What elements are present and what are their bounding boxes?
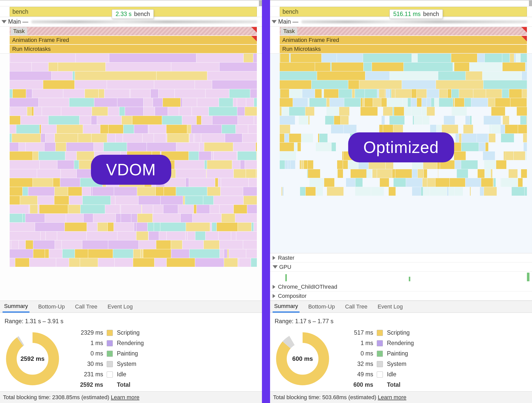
swatch-painting [107, 351, 113, 357]
tooltip-time: 516.11 ms [393, 11, 420, 18]
long-task-warning-icon [251, 27, 257, 33]
tab-call-tree[interactable]: Call Tree [73, 301, 99, 313]
legend-idle-ms: 231 ms [70, 371, 103, 378]
tab-bottom-up[interactable]: Bottom-Up [37, 301, 66, 313]
timeline-ruler[interactable] [270, 0, 532, 6]
thread-rows: Raster GPU Chrome_ChildIOThread Composit… [270, 253, 532, 301]
legend-rendering: Rendering [387, 340, 414, 347]
legend-scripting: Scripting [117, 329, 144, 336]
bench-label: bench [283, 8, 299, 15]
gpu-tick [409, 277, 410, 281]
timeline-ruler[interactable] [0, 0, 262, 6]
task-row[interactable]: Task [270, 27, 532, 36]
main-url-blur [301, 20, 527, 23]
run-microtasks-row[interactable]: Run Microtasks [0, 44, 262, 53]
blocking-time-footer: Total blocking time: 503.68ms (estimated… [270, 391, 532, 403]
swatch-scripting [107, 330, 113, 336]
event-bars: Task Animation Frame Fired Run Microtask… [0, 27, 262, 54]
main-url-blur [31, 20, 257, 23]
summary-panel: Range: 1.17 s – 1.77 s 600 ms 517 msScri… [270, 313, 532, 391]
overlay-pill-optimized: Optimized [348, 132, 454, 162]
learn-more-link[interactable]: Learn more [111, 394, 139, 401]
tab-call-tree[interactable]: Call Tree [343, 301, 369, 313]
legend-idle: Idle [387, 371, 414, 378]
legend-painting: Painting [387, 350, 414, 357]
rm-label: Run Microtasks [12, 46, 51, 52]
legend-scripting: Scripting [387, 329, 414, 336]
legend-painting: Painting [117, 350, 144, 357]
flame-chart[interactable]: VDOM [0, 54, 262, 301]
summary-range: Range: 1.31 s – 3.91 s [5, 318, 257, 325]
thread-childio[interactable]: Chrome_ChildIOThread [270, 282, 532, 291]
swatch-scripting [377, 330, 383, 336]
thread-gpu[interactable]: GPU [270, 262, 532, 272]
long-task-warning-icon [521, 27, 527, 33]
legend-rendering-ms: 1 ms [340, 340, 373, 347]
tab-event-log[interactable]: Event Log [106, 301, 134, 313]
swatch-idle [107, 371, 113, 378]
chevron-right-icon[interactable] [273, 285, 275, 289]
task-row[interactable]: Task [0, 27, 262, 36]
flame-chart[interactable]: Optimized [270, 54, 532, 253]
main-thread-row[interactable]: Main — 2.33 s bench [0, 17, 262, 27]
run-microtasks-row[interactable]: Run Microtasks [270, 44, 532, 53]
task-label: Task [11, 27, 27, 35]
event-bars: Task Animation Frame Fired Run Microtask… [270, 27, 532, 54]
tooltip-time: 2.33 s [116, 11, 132, 18]
gpu-tick [527, 273, 529, 281]
donut-total: 600 ms [275, 331, 331, 387]
legend-system: System [117, 361, 144, 367]
timing-tooltip: 2.33 s bench [112, 9, 154, 19]
animation-frame-row[interactable]: Animation Frame Fired [270, 36, 532, 44]
learn-more-link[interactable]: Learn more [378, 394, 406, 401]
timing-tooltip: 516.11 ms bench [389, 9, 443, 19]
legend-idle-ms: 49 ms [340, 371, 373, 378]
summary-range: Range: 1.17 s – 1.77 s [275, 318, 527, 325]
chevron-right-icon[interactable] [273, 294, 275, 298]
animation-frame-row[interactable]: Animation Frame Fired [0, 36, 262, 44]
comparison-app: bench Main — 2.33 s bench Task Animation… [0, 0, 532, 403]
comparison-divider [262, 0, 270, 403]
swatch-idle [377, 371, 383, 378]
swatch-rendering [107, 340, 113, 346]
main-label: Main — [8, 18, 28, 25]
disclosure-triangle-icon[interactable] [272, 20, 277, 23]
bench-label: bench [12, 8, 28, 15]
thread-raster-label: Raster [278, 255, 294, 261]
chevron-right-icon[interactable] [273, 256, 275, 260]
donut-total: 2592 ms [5, 331, 60, 387]
summary-donut: 2592 ms [5, 331, 60, 387]
legend-system: System [387, 361, 414, 367]
disclosure-triangle-icon[interactable] [273, 265, 278, 269]
long-task-warning-icon [521, 36, 527, 41]
tab-summary[interactable]: Summary [3, 301, 29, 313]
footer-text: Total blocking time: 503.68ms (estimated… [273, 394, 376, 401]
detail-tabs: Summary Bottom-Up Call Tree Event Log [0, 301, 262, 313]
legend-scripting-ms: 2329 ms [70, 329, 103, 336]
legend-rendering: Rendering [117, 340, 144, 347]
disclosure-triangle-icon[interactable] [2, 20, 7, 23]
summary-panel: Range: 1.31 s – 3.91 s 2592 ms 2329 msSc… [0, 313, 262, 391]
swatch-system [107, 361, 113, 367]
legend-scripting-ms: 517 ms [340, 329, 373, 336]
blocking-time-footer: Total blocking time: 2308.85ms (estimate… [0, 391, 262, 403]
af-label: Animation Frame Fired [282, 37, 339, 43]
summary-donut: 600 ms [275, 331, 331, 387]
main-label: Main — [278, 18, 298, 25]
footer-text: Total blocking time: 2308.85ms (estimate… [3, 394, 109, 401]
legend-painting-ms: 0 ms [340, 350, 373, 357]
tab-event-log[interactable]: Event Log [376, 301, 404, 313]
thread-compositor[interactable]: Compositor [270, 291, 532, 301]
thread-raster[interactable]: Raster [270, 253, 532, 262]
swatch-painting [377, 351, 383, 357]
legend-total-ms: 2592 ms [70, 381, 103, 388]
pane-vdom: bench Main — 2.33 s bench Task Animation… [0, 0, 262, 403]
detail-tabs: Summary Bottom-Up Call Tree Event Log [270, 301, 532, 313]
tab-bottom-up[interactable]: Bottom-Up [307, 301, 336, 313]
summary-legend: 517 msScripting 1 msRendering 0 msPainti… [340, 329, 414, 388]
task-label: Task [281, 27, 297, 35]
main-thread-row[interactable]: Main — 516.11 ms bench [270, 17, 532, 27]
af-label: Animation Frame Fired [12, 37, 69, 43]
tab-summary[interactable]: Summary [273, 301, 300, 313]
tooltip-label: bench [134, 11, 150, 18]
